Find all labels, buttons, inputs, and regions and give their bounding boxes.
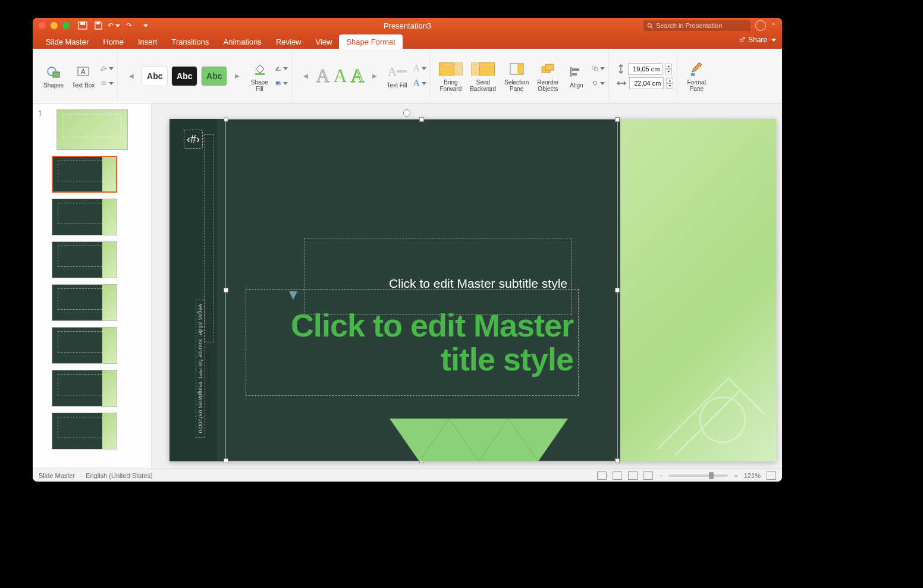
selection-pane-button[interactable]: Selection Pane — [502, 57, 531, 95]
reorder-objects-button[interactable]: Reorder Objects — [535, 57, 561, 95]
reorder-icon — [538, 59, 557, 78]
zoom-level[interactable]: 121% — [744, 472, 761, 479]
undo-icon[interactable]: ↶ — [109, 21, 118, 30]
svg-rect-7 — [53, 72, 59, 77]
svg-point-11 — [103, 66, 105, 67]
group-button[interactable] — [592, 62, 605, 75]
wordart-prev-icon[interactable]: ◀ — [299, 70, 312, 83]
text-outline-button[interactable]: A — [413, 62, 426, 75]
tab-slide-master[interactable]: Slide Master — [39, 34, 96, 49]
tab-insert[interactable]: Insert — [131, 34, 165, 49]
shape-style-2[interactable]: Abc — [171, 66, 197, 86]
tab-transitions[interactable]: Transitions — [164, 34, 216, 49]
feedback-icon[interactable] — [755, 20, 766, 31]
wordart-next-icon[interactable]: ▶ — [368, 70, 381, 83]
resize-handle[interactable] — [615, 288, 620, 293]
resize-handle[interactable] — [224, 458, 228, 463]
master-thumbnail[interactable]: 1 — [56, 109, 128, 150]
ribbon-tabs: Slide Master Home Insert Transitions Ani… — [33, 33, 782, 49]
resize-handle[interactable] — [615, 117, 620, 122]
layout-thumbnail-3[interactable] — [52, 241, 117, 278]
zoom-slider[interactable] — [668, 474, 728, 477]
height-icon — [616, 64, 626, 74]
layout-thumbnail-7[interactable] — [52, 413, 117, 449]
style-prev-icon[interactable]: ◀ — [125, 70, 138, 83]
status-bar: Slide Master English (United States) − +… — [33, 468, 782, 482]
qat-more-icon[interactable] — [140, 21, 149, 30]
tab-home[interactable]: Home — [96, 34, 131, 49]
style-next-icon[interactable]: ▶ — [231, 70, 244, 83]
search-input[interactable] — [656, 22, 747, 29]
edit-shape-button[interactable] — [101, 62, 114, 75]
minimize-icon[interactable] — [51, 22, 58, 29]
text-effects-button[interactable]: A — [413, 77, 426, 90]
resize-handle[interactable] — [224, 117, 228, 122]
search-box[interactable] — [643, 20, 751, 31]
status-language[interactable]: English (United States) — [86, 472, 153, 479]
layout-thumbnail-6[interactable] — [52, 370, 117, 407]
shape-style-3[interactable]: Abc — [201, 66, 227, 86]
textbox-button[interactable]: A Text Box — [70, 60, 97, 92]
slide-canvas[interactable]: ‹#› Vegas Slide: Source for PPT Template… — [152, 103, 782, 468]
autosave-icon[interactable] — [78, 21, 87, 30]
shape-fill-button[interactable]: Shape Fill — [247, 57, 271, 95]
slide[interactable]: ‹#› Vegas Slide: Source for PPT Template… — [169, 119, 776, 461]
resize-handle[interactable] — [419, 117, 424, 122]
bring-forward-button[interactable]: Bring Forward — [438, 57, 464, 95]
wordart-style-2[interactable]: A — [333, 65, 347, 87]
ribbon-toggle-icon[interactable]: ⌃ — [771, 22, 776, 30]
height-stepper[interactable]: ▴▾ — [665, 64, 672, 74]
brush-icon — [687, 59, 706, 78]
shape-effects-button[interactable] — [275, 77, 288, 90]
share-button[interactable]: Share — [739, 36, 776, 44]
redo-icon[interactable]: ↷ — [124, 21, 134, 30]
align-button[interactable]: Align — [564, 60, 588, 92]
slide-number-placeholder[interactable]: ‹#› — [184, 130, 203, 149]
width-stepper[interactable]: ▴▾ — [666, 78, 673, 89]
wordart-style-3[interactable]: A — [351, 65, 365, 87]
tab-review[interactable]: Review — [269, 34, 309, 49]
thumbnail-panel[interactable]: 1 — [33, 103, 152, 468]
layout-thumbnail-4[interactable] — [52, 284, 117, 321]
slide-accent-bg — [620, 119, 776, 461]
normal-view-icon[interactable] — [597, 471, 607, 480]
layout-thumbnail-2[interactable] — [52, 199, 117, 235]
shapes-button[interactable]: Shapes — [41, 60, 66, 92]
send-backward-button[interactable]: Send Backward — [467, 57, 498, 95]
zoom-out-button[interactable]: − — [659, 472, 663, 479]
shape-outline-button[interactable] — [275, 62, 288, 75]
resize-handle[interactable] — [615, 458, 620, 463]
fit-to-window-icon[interactable] — [767, 471, 776, 480]
sorter-view-icon[interactable] — [613, 471, 622, 480]
layout-thumbnail-5[interactable] — [52, 327, 117, 364]
status-view[interactable]: Slide Master — [39, 472, 75, 479]
shape-style-1[interactable]: Abc — [142, 66, 168, 86]
format-pane-button[interactable]: Format Pane — [685, 57, 708, 95]
layout-thumbnail-1[interactable] — [52, 156, 117, 193]
height-input[interactable] — [628, 63, 663, 75]
text-fill-button[interactable]: A Text Fill — [385, 60, 410, 92]
tab-view[interactable]: View — [309, 34, 340, 49]
footer-placeholder[interactable]: Vegas Slide: Source for PPT Templates 09… — [196, 300, 205, 438]
rotate-button[interactable] — [592, 77, 605, 90]
rotate-handle-icon[interactable] — [403, 109, 410, 117]
window-controls — [33, 22, 70, 29]
vertical-divider-box[interactable] — [204, 134, 214, 342]
wordart-style-1[interactable]: A — [316, 65, 329, 87]
title-placeholder[interactable]: Click to edit Master title style — [246, 289, 579, 396]
tab-animations[interactable]: Animations — [216, 34, 269, 49]
zoom-in-button[interactable]: + — [734, 472, 737, 479]
fullscreen-icon[interactable] — [62, 22, 70, 29]
width-input[interactable] — [629, 77, 664, 89]
slideshow-view-icon[interactable] — [643, 471, 653, 480]
ribbon: Shapes A Text Box ◀ Abc Abc Abc ▶ — [33, 49, 782, 103]
merge-shapes-button[interactable] — [101, 77, 114, 90]
save-icon[interactable] — [93, 21, 103, 30]
group-format-pane: Format Pane — [681, 51, 712, 100]
close-icon[interactable] — [39, 22, 46, 29]
send-backward-icon — [473, 59, 492, 78]
reading-view-icon[interactable] — [628, 471, 638, 480]
bring-forward-icon — [441, 59, 460, 78]
resize-handle[interactable] — [224, 288, 228, 293]
tab-shape-format[interactable]: Shape Format — [339, 34, 402, 49]
